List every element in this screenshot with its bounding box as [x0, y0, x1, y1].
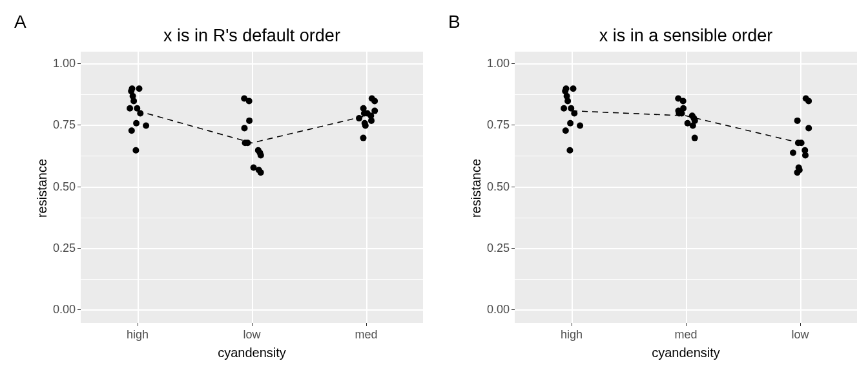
data-point — [129, 85, 136, 92]
x-tick-mark — [572, 323, 572, 326]
data-point — [568, 105, 574, 112]
y-tick-label: 0.25 — [45, 242, 76, 255]
data-point — [255, 147, 262, 154]
data-point — [685, 120, 691, 127]
data-point — [143, 123, 149, 129]
data-point — [567, 120, 574, 127]
mean-line — [138, 111, 366, 143]
x-tick-label: med — [355, 328, 377, 342]
data-point — [798, 140, 805, 146]
x-tick-label: low — [243, 328, 260, 342]
data-point — [127, 105, 133, 112]
panel-label-a: A — [14, 12, 26, 32]
data-point — [794, 118, 801, 124]
data-point — [675, 96, 681, 102]
y-tick-label: 1.00 — [479, 57, 510, 70]
subplot-a: x is in R's default order 0.00 0.25 0.50… — [81, 52, 423, 323]
y-axis-label: resistance — [469, 159, 484, 218]
data-point — [356, 115, 362, 121]
panel-label-b: B — [448, 12, 460, 32]
x-tick-label: high — [561, 328, 583, 342]
data-point — [360, 135, 367, 141]
x-tick-label: med — [674, 328, 697, 342]
x-axis-label: cyandensity — [652, 346, 720, 360]
data-point — [133, 120, 140, 127]
plot-svg-a — [81, 52, 423, 323]
x-tick-mark — [366, 323, 367, 326]
figure: A B x is in R's default order 0.00 — [0, 0, 868, 372]
x-axis-label: cyandensity — [218, 346, 286, 360]
data-point — [563, 127, 569, 134]
data-point — [369, 96, 375, 102]
y-tick-label: 1.00 — [45, 57, 76, 70]
data-point — [129, 127, 135, 134]
data-point — [803, 96, 809, 102]
data-point — [805, 125, 812, 131]
subplot-b: x is in a sensible order 0.00 0.25 0.50 … — [515, 52, 857, 323]
data-point — [577, 123, 583, 129]
mean-line — [572, 111, 800, 143]
x-tick-mark — [686, 323, 687, 326]
subplot-a-title: x is in R's default order — [81, 26, 423, 46]
plot-svg-b — [515, 52, 857, 323]
data-point — [689, 112, 696, 119]
y-tick-label: 0.00 — [479, 303, 510, 316]
data-point — [692, 135, 698, 141]
data-point — [561, 105, 567, 112]
data-point — [563, 85, 570, 92]
data-point — [566, 147, 573, 154]
data-point — [245, 140, 251, 146]
data-point — [251, 165, 257, 171]
data-point — [362, 120, 368, 127]
y-axis-label: resistance — [35, 159, 50, 218]
y-tick-label: 0.75 — [45, 118, 76, 132]
data-point — [360, 105, 367, 112]
data-point — [796, 165, 802, 171]
data-point — [801, 147, 808, 154]
x-tick-label: low — [791, 328, 809, 342]
x-tick-label: high — [127, 328, 149, 342]
data-point — [134, 105, 140, 112]
y-tick-label: 0.75 — [479, 118, 510, 132]
data-point — [680, 105, 687, 112]
data-point — [242, 125, 248, 131]
data-point — [132, 147, 139, 154]
data-point — [241, 96, 247, 102]
data-point — [570, 85, 577, 92]
x-tick-mark — [800, 323, 801, 326]
x-tick-mark — [252, 323, 253, 326]
data-point — [790, 150, 796, 156]
data-point — [371, 108, 378, 114]
y-tick-label: 0.00 — [45, 303, 76, 316]
data-point — [246, 118, 253, 124]
y-tick-label: 0.25 — [479, 242, 510, 255]
data-point — [136, 85, 143, 92]
x-tick-mark — [138, 323, 138, 326]
subplot-b-title: x is in a sensible order — [515, 26, 857, 46]
